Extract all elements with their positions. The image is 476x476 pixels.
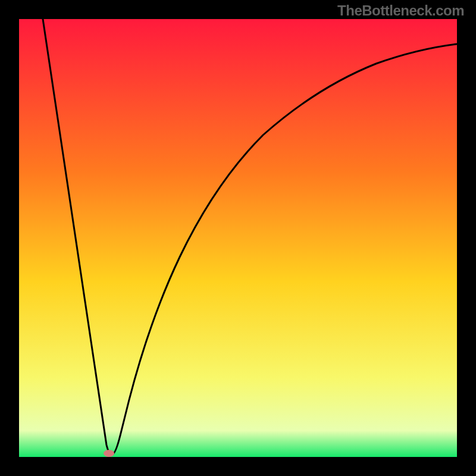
watermark-text: TheBottleneck.com <box>337 2 464 19</box>
gradient-background <box>19 19 457 457</box>
bottleneck-plot <box>19 19 457 457</box>
minimum-marker <box>104 450 114 457</box>
chart-frame: TheBottleneck.com <box>0 0 476 476</box>
